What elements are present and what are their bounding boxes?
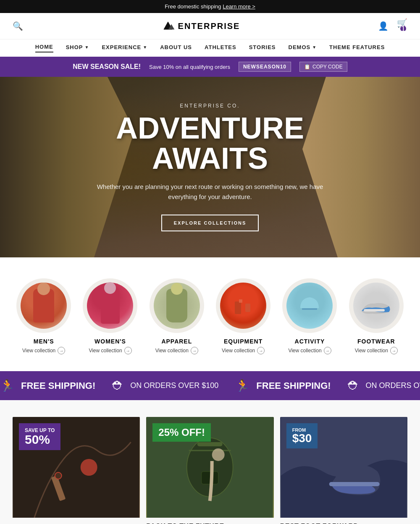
helmet-icon-2: ⛑: [348, 379, 360, 393]
svg-rect-7: [364, 309, 385, 312]
search-icon[interactable]: 🔍: [13, 21, 23, 31]
hero-cta-button[interactable]: EXPLORE COLLECTIONS: [161, 215, 259, 231]
svg-rect-6: [302, 308, 317, 310]
category-apparel-link[interactable]: View collection →: [146, 347, 208, 354]
svg-point-11: [55, 472, 62, 479]
arrow-icon: →: [324, 347, 331, 354]
shipping-item: ⛑ ON ORDERS OVER $100: [348, 379, 420, 393]
shipping-item: ⛑ ON ORDERS OVER $100: [112, 379, 218, 393]
nav-item-home[interactable]: HOME: [35, 44, 53, 52]
category-womens-image: [87, 283, 133, 329]
category-womens[interactable]: WOMEN'S View collection →: [79, 278, 141, 354]
announcement-bar: Free domestic shipping Learn more >: [0, 0, 420, 13]
shipping-banner: 🏃 FREE SHIPPING! ⛑ ON ORDERS OVER $100 🏃…: [0, 371, 420, 400]
category-apparel[interactable]: APPAREL View collection →: [146, 278, 208, 354]
promo-card-backpacks[interactable]: 25% OFF! PACK TO THE FUTURE Shop Backpac…: [146, 417, 273, 524]
category-mens[interactable]: MEN'S View collection →: [13, 278, 75, 354]
brand-name: ENTERPRISE: [178, 21, 240, 31]
equipment-svg: [231, 293, 256, 318]
category-activity-link[interactable]: View collection →: [278, 347, 341, 354]
cart-icon-wrapper[interactable]: 🛒 1: [397, 18, 407, 34]
goggles-icon: 🏃: [235, 379, 250, 393]
copy-icon: 📋: [304, 64, 310, 70]
hero-content: ENTERPRISE CO. ADVENTURE AWAITS Whether …: [84, 103, 336, 231]
svg-rect-3: [239, 299, 242, 303]
hero-section: ENTERPRISE CO. ADVENTURE AWAITS Whether …: [0, 77, 420, 257]
helmet-svg: [296, 292, 323, 320]
copy-code-button[interactable]: 📋 COPY CODE: [299, 62, 347, 72]
helmet-icon: ⛑: [112, 379, 124, 393]
promo-grid: SAVE UP TO 50% 25% OFF!: [13, 417, 407, 524]
shipping-sub-text: ON ORDERS OVER $100: [366, 381, 420, 390]
category-mens-image: [21, 283, 67, 329]
svg-point-17: [212, 448, 225, 461]
promo-section: SAVE UP TO 50% 25% OFF!: [0, 400, 420, 524]
promo-badge-1: SAVE UP TO 50%: [19, 423, 60, 450]
arrow-icon: →: [191, 347, 198, 354]
nav-item-athletes[interactable]: ATHLETES: [205, 44, 236, 52]
announcement-link[interactable]: Learn more >: [223, 3, 255, 10]
category-activity-image: [286, 283, 333, 329]
promo-badge-2: 25% OFF!: [152, 423, 211, 442]
arrow-icon: →: [390, 347, 398, 354]
promo-code: NEWSEASON10: [239, 62, 291, 72]
promo-card-sale[interactable]: SAVE UP TO 50%: [13, 417, 140, 524]
category-womens-link[interactable]: View collection →: [79, 347, 141, 354]
header-icons: 👤 🛒 1: [378, 18, 407, 34]
cart-badge: 1: [400, 26, 406, 31]
promo-card-1-footer: [13, 518, 140, 524]
category-footwear-link[interactable]: View collection →: [345, 347, 407, 354]
category-activity[interactable]: ACTIVITY View collection →: [278, 278, 341, 354]
arrow-icon: →: [58, 347, 65, 354]
svg-rect-14: [197, 442, 223, 446]
helmet-icon: 🏃: [0, 379, 15, 393]
category-equipment-image: [220, 283, 266, 329]
header: 🔍 ENTERPRISE 👤 🛒 1: [0, 13, 420, 39]
category-mens-link[interactable]: View collection →: [13, 347, 75, 354]
svg-point-9: [81, 459, 97, 476]
category-footwear-image: [353, 283, 399, 329]
shipping-ticker: 🏃 FREE SHIPPING! ⛑ ON ORDERS OVER $100 🏃…: [0, 379, 420, 393]
promo-card-3-footer: BEST FOOT FORWARD Shop Footwear: [280, 518, 407, 524]
categories-grid: MEN'S View collection → WOMEN'S View col…: [13, 278, 407, 354]
svg-rect-19: [329, 482, 379, 486]
nav-item-about[interactable]: ABOUT US: [160, 44, 192, 52]
category-equipment[interactable]: EQUIPMENT View collection →: [212, 278, 274, 354]
hero-subtitle: ENTERPRISE CO.: [92, 103, 328, 109]
category-apparel-image: [154, 283, 200, 329]
shipping-item: 🏃 FREE SHIPPING!: [0, 379, 95, 393]
hero-description: Whether you are planning your next route…: [92, 182, 328, 202]
brand-logo[interactable]: ENTERPRISE: [161, 21, 240, 31]
shipping-main-text: FREE SHIPPING!: [256, 380, 331, 391]
nav-item-theme-features[interactable]: THEME FEATURES: [329, 44, 385, 52]
promo-card-footwear[interactable]: FROM $30 BEST FOOT FORWARD Shop Footwear: [280, 417, 407, 524]
promo-card-2-footer: PACK TO THE FUTURE Shop Backpacks: [146, 518, 273, 524]
arrow-icon: →: [257, 347, 265, 354]
logo-mountain-icon: [161, 21, 175, 31]
nav-item-experience[interactable]: EXPERIENCE ▼: [102, 44, 147, 52]
category-footwear[interactable]: FOOTWEAR View collection →: [345, 278, 407, 354]
promo-text: Save 10% on all qualifying orders: [149, 64, 230, 70]
account-icon[interactable]: 👤: [378, 21, 388, 31]
svg-rect-4: [245, 304, 250, 312]
svg-rect-2: [235, 301, 241, 314]
chevron-down-icon: ▼: [85, 45, 89, 50]
promo-bar: NEW SEASON SALE! Save 10% on all qualify…: [0, 57, 420, 77]
shoe-svg: [360, 294, 393, 317]
shipping-sub-text: ON ORDERS OVER $100: [130, 381, 218, 390]
chevron-down-icon: ▼: [143, 45, 147, 50]
chevron-down-icon: ▼: [312, 45, 317, 50]
announcement-text: Free domestic shipping: [165, 3, 221, 10]
shipping-main-text: FREE SHIPPING!: [21, 380, 95, 391]
nav-item-shop[interactable]: SHOP ▼: [66, 44, 89, 52]
main-nav: HOME SHOP ▼ EXPERIENCE ▼ ABOUT US ATHLET…: [0, 39, 420, 57]
arrow-icon: →: [124, 347, 132, 354]
nav-item-demos[interactable]: DEMOS ▼: [289, 44, 317, 52]
categories-section: MEN'S View collection → WOMEN'S View col…: [0, 257, 420, 371]
category-equipment-link[interactable]: View collection →: [212, 347, 274, 354]
promo-badge-3: FROM $30: [286, 423, 318, 448]
hero-title: ADVENTURE AWAITS: [92, 113, 328, 173]
promo-title: NEW SEASON SALE!: [73, 63, 141, 71]
nav-item-stories[interactable]: STORIES: [249, 44, 276, 52]
shipping-item: 🏃 FREE SHIPPING!: [235, 379, 331, 393]
